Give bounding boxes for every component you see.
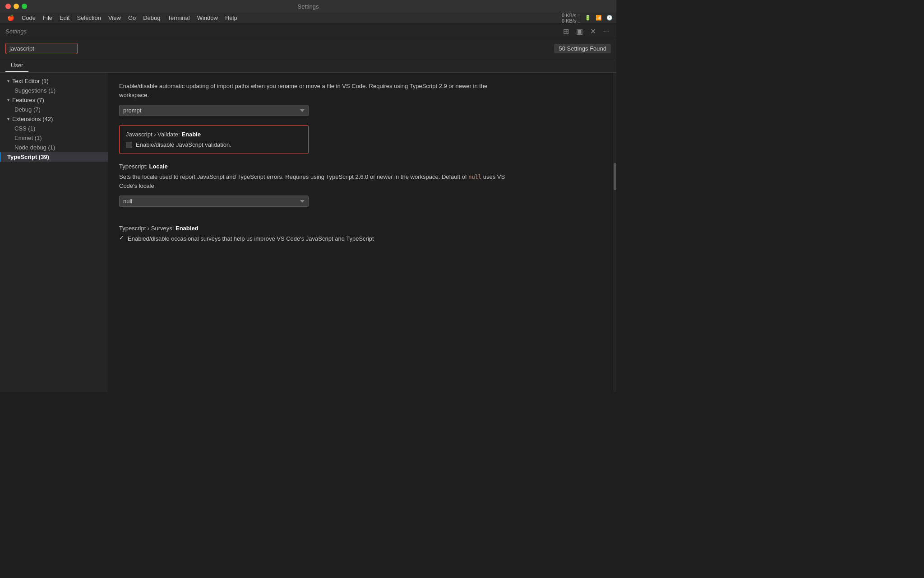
sidebar-item-extensions[interactable]: ▾ Extensions (42) — [0, 114, 108, 124]
sidebar-item-typescript[interactable]: TypeScript (39) — [0, 152, 108, 162]
sidebar-item-debug[interactable]: Debug (7) — [0, 105, 108, 114]
menu-help[interactable]: Help — [222, 14, 241, 22]
sidebar-item-label: Features (7) — [12, 97, 44, 103]
menu-selection[interactable]: Selection — [73, 14, 104, 22]
surveys-setting-title: Typescript › Surveys: Enabled — [119, 225, 525, 232]
dropdown-1-wrapper: prompt always never — [119, 105, 309, 125]
wifi-icon: 📶 — [596, 15, 602, 21]
tab-actions: ⊞ ▣ ✕ ··· — [561, 26, 611, 37]
user-tabs: User — [0, 58, 616, 73]
layout-icon[interactable]: ▣ — [574, 26, 585, 37]
menu-apple[interactable]: 🍎 — [4, 14, 18, 22]
locale-dropdown[interactable]: null en de — [119, 196, 309, 207]
sidebar-item-css[interactable]: CSS (1) — [0, 124, 108, 133]
menu-code[interactable]: Code — [18, 14, 39, 22]
system-icons: 0 KB/s ↑0 KB/s ↓ 🔋 📶 🕐 — [562, 13, 613, 23]
sidebar-item-label: Text Editor (1) — [12, 78, 49, 84]
sidebar-item-text-editor[interactable]: ▾ Text Editor (1) — [0, 76, 108, 86]
surveys-description: Enabled/disable occasional surveys that … — [128, 234, 374, 243]
menu-debug[interactable]: Debug — [139, 14, 164, 22]
tab-bar: Settings ⊞ ▣ ✕ ··· — [0, 23, 616, 39]
minimize-button[interactable] — [14, 4, 19, 9]
clock-icon: 🕐 — [606, 15, 613, 21]
search-input[interactable] — [9, 45, 64, 52]
menu-file[interactable]: File — [39, 14, 56, 22]
chevron-down-icon: ▾ — [7, 117, 9, 121]
network-speed: 0 KB/s ↑0 KB/s ↓ — [562, 13, 580, 23]
settings-count: 50 Settings Found — [554, 44, 611, 53]
validate-setting-box: Javascript › Validate: Enable Enable/dis… — [119, 125, 309, 154]
traffic-lights — [5, 4, 27, 9]
titlebar: Settings — [0, 0, 616, 13]
import-update-dropdown[interactable]: prompt always never — [119, 105, 309, 116]
menu-view[interactable]: View — [105, 14, 125, 22]
chevron-down-icon: ▾ — [7, 79, 9, 84]
content-section: Enable/disable automatic updating of imp… — [119, 82, 525, 249]
locale-description: Sets the locale used to report JavaScrip… — [119, 172, 507, 190]
menubar: 🍎 Code File Edit Selection View Go Debug… — [0, 13, 616, 23]
surveys-checkmark: ✓ — [119, 234, 124, 241]
sidebar: ▾ Text Editor (1) Suggestions (1) ▾ Feat… — [0, 73, 108, 392]
import-paths-description: Enable/disable automatic updating of imp… — [119, 82, 507, 99]
chevron-down-icon: ▾ — [7, 98, 9, 103]
null-code: null — [468, 174, 481, 180]
validate-description: Enable/disable JavaScript validation. — [136, 141, 231, 148]
main-layout: ▾ Text Editor (1) Suggestions (1) ▾ Feat… — [0, 73, 616, 392]
validate-setting-row: Enable/disable JavaScript validation. — [126, 141, 302, 148]
sidebar-item-label: Extensions (42) — [12, 116, 53, 122]
validate-checkbox[interactable] — [126, 142, 132, 148]
settings-content: Enable/disable automatic updating of imp… — [108, 73, 613, 392]
scrollbar-track[interactable] — [613, 73, 616, 392]
close-tab-icon[interactable]: ✕ — [588, 26, 598, 37]
split-editor-icon[interactable]: ⊞ — [561, 26, 571, 37]
close-button[interactable] — [5, 4, 11, 9]
sidebar-item-emmet[interactable]: Emmet (1) — [0, 133, 108, 143]
sidebar-item-suggestions[interactable]: Suggestions (1) — [0, 86, 108, 95]
battery-icon: 🔋 — [585, 15, 591, 21]
search-bar: 50 Settings Found — [0, 39, 616, 58]
menu-edit[interactable]: Edit — [56, 14, 73, 22]
tab-user[interactable]: User — [5, 59, 28, 72]
maximize-button[interactable] — [22, 4, 27, 9]
validate-setting-title: Javascript › Validate: Enable — [126, 131, 302, 138]
more-actions-icon[interactable]: ··· — [601, 26, 611, 36]
sidebar-item-node-debug[interactable]: Node debug (1) — [0, 143, 108, 152]
search-input-wrapper — [5, 43, 78, 54]
scrollbar-thumb[interactable] — [614, 163, 616, 190]
sidebar-item-features[interactable]: ▾ Features (7) — [0, 95, 108, 105]
sidebar-item-label: TypeScript (39) — [7, 154, 49, 160]
menu-terminal[interactable]: Terminal — [164, 14, 194, 22]
dropdown-2-wrapper: null en de — [119, 196, 309, 216]
settings-tab-title: Settings — [5, 28, 27, 35]
locale-setting-title: Typescript: Locale — [119, 163, 525, 170]
window-title: Settings — [298, 3, 319, 10]
menu-window[interactable]: Window — [194, 14, 222, 22]
menu-go[interactable]: Go — [125, 14, 139, 22]
